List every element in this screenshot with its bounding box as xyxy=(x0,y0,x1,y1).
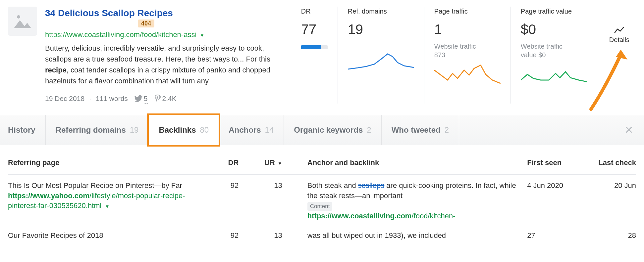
svg-point-0 xyxy=(17,15,20,19)
twitter-share-count: 5 xyxy=(134,94,148,104)
backlink-url[interactable]: https://www.coastalliving.com/food/kitch… xyxy=(307,211,522,221)
col-referring-page[interactable]: Referring page xyxy=(8,154,211,174)
table-row: This Is Our Most Popular Recipe on Pinte… xyxy=(8,174,636,225)
page-thumbnail xyxy=(8,7,37,36)
anchor-text: Both steak and scallops are quick-cookin… xyxy=(307,181,519,201)
status-badge: 404 xyxy=(138,20,154,27)
col-dr[interactable]: DR xyxy=(211,154,244,174)
page-meta: 19 Dec 2018 · 111 words 5 2.4K xyxy=(45,94,280,104)
word-count: 111 words xyxy=(96,94,128,103)
overview-section: 34 Delicious Scallop Recipes 404 https:/… xyxy=(0,0,644,104)
col-last-check[interactable]: Last check xyxy=(582,154,636,174)
chevron-down-icon: ▼ xyxy=(278,161,282,166)
metric-page-traffic: Page traffic 1 Website traffic873 xyxy=(424,7,510,104)
metric-ref-domains: Ref. domains 19 xyxy=(338,7,424,104)
referring-page-title[interactable]: Our Favorite Recipes of 2018 xyxy=(8,231,206,241)
cell-first-seen: 27 xyxy=(527,225,581,244)
cell-last-check: 28 xyxy=(582,225,636,244)
page-url[interactable]: https://www.coastalliving.com/food/kitch… xyxy=(45,30,280,40)
tab-history[interactable]: History xyxy=(4,115,46,145)
sparkline-page-traffic-value xyxy=(521,62,587,85)
cell-ur: 13 xyxy=(244,174,288,225)
cell-first-seen: 4 Jun 2020 xyxy=(527,174,581,225)
cell-dr: 92 xyxy=(211,225,244,244)
tabs-bar: History Referring domains19 Backlinks80 … xyxy=(0,115,644,145)
tab-anchors[interactable]: Anchors14 xyxy=(219,115,284,145)
tab-who-tweeted[interactable]: Who tweeted2 xyxy=(382,115,459,145)
sparkline-ref-domains xyxy=(348,49,414,72)
chevron-down-icon[interactable]: ▼ xyxy=(200,33,204,38)
trend-icon xyxy=(614,26,624,34)
sparkline-page-traffic xyxy=(434,62,501,85)
col-first-seen[interactable]: First seen xyxy=(527,154,581,174)
page-date: 19 Dec 2018 xyxy=(45,94,84,103)
dr-bar xyxy=(301,45,328,49)
col-anchor[interactable]: Anchor and backlink xyxy=(288,154,527,174)
cell-ur: 13 xyxy=(244,225,288,244)
cell-dr: 92 xyxy=(211,174,244,225)
details-button[interactable]: Details xyxy=(597,7,636,104)
col-ur[interactable]: UR ▼ xyxy=(244,154,288,174)
tab-referring-domains[interactable]: Referring domains19 xyxy=(46,115,149,145)
tab-backlinks[interactable]: Backlinks80 xyxy=(147,113,220,147)
metric-dr: DR 77 xyxy=(295,7,338,104)
metrics: DR 77 Ref. domains 19 Page traffic 1 Web… xyxy=(295,7,636,104)
cell-last-check: 20 Jun xyxy=(582,174,636,225)
page-description: Buttery, delicious, incredibly versatile… xyxy=(45,43,280,86)
chevron-down-icon[interactable]: ▼ xyxy=(105,204,110,209)
referring-page-url[interactable]: https://www.yahoo.com/lifestyle/most-pop… xyxy=(8,191,206,211)
metric-page-traffic-value: Page traffic value $0 Website trafficval… xyxy=(510,7,597,104)
pinterest-icon xyxy=(154,95,161,103)
referring-page-title[interactable]: This Is Our Most Popular Recipe on Pinte… xyxy=(8,181,206,191)
backlinks-table: Referring page DR UR ▼ Anchor and backli… xyxy=(8,154,636,244)
table-row: Our Favorite Recipes of 2018 92 13 was a… xyxy=(8,225,636,244)
twitter-icon xyxy=(134,95,142,102)
anchor-text: was all but wiped out in 1933), we inclu… xyxy=(307,231,519,241)
svg-marker-1 xyxy=(14,20,31,28)
tab-organic-keywords[interactable]: Organic keywords2 xyxy=(284,115,381,145)
content-badge: Content xyxy=(307,202,333,211)
page-title[interactable]: 34 Delicious Scallop Recipes xyxy=(45,8,173,18)
pinterest-share-count: 2.4K xyxy=(154,94,177,103)
anchor-link[interactable]: scallops xyxy=(358,181,384,190)
close-icon[interactable]: ✕ xyxy=(624,123,640,138)
